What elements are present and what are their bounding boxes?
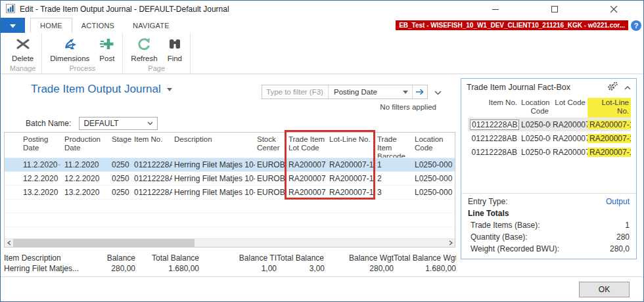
- ribbon: Delete Manage Dimensions Post Process: [1, 33, 643, 74]
- col-trade-item-lot-code[interactable]: Trade Item Lot Code: [287, 135, 327, 158]
- ribbon-group-manage: Delete Manage: [4, 33, 42, 74]
- collapse-chevron-up-icon[interactable]: [624, 83, 631, 92]
- col-item-no[interactable]: Item No.: [132, 135, 172, 158]
- factbox-table: Item No. Location Code Lot Code Lot-Line…: [461, 96, 636, 159]
- total-value: 1.680,00: [394, 263, 456, 274]
- table-row[interactable]: 13.2.2020 13.2.2020 0250 01212228AB Herr…: [5, 186, 455, 200]
- fb-col-item-no[interactable]: Item No.: [468, 98, 519, 118]
- tab-home[interactable]: HOME: [30, 18, 72, 33]
- find-button[interactable]: Find: [163, 35, 187, 64]
- apply-filter-button[interactable]: [412, 85, 427, 98]
- app-chart-icon: [6, 4, 15, 15]
- entry-type-label: Entry Type:: [468, 197, 507, 206]
- total-label: Balance: [103, 253, 135, 263]
- batch-name-select[interactable]: DEFAULT: [79, 117, 158, 130]
- factbox-panel: Trade Item Journal Fact-Box Item No. Loc…: [461, 78, 637, 259]
- line-totals-heading: Line Totals: [468, 209, 509, 218]
- filter-field-select[interactable]: Posting Date: [328, 85, 412, 98]
- post-button[interactable]: Post: [95, 35, 119, 64]
- scroll-left-icon[interactable]: [5, 239, 13, 247]
- scroll-right-icon[interactable]: [446, 239, 455, 247]
- help-icon[interactable]: ?: [631, 20, 641, 31]
- col-location-code[interactable]: Location Code: [413, 135, 455, 158]
- journal-lines-grid: Posting Date Production Date Stage Item …: [4, 132, 455, 248]
- factbox-fields: Entry Type: Output Line Totals Trade Ite…: [461, 193, 636, 259]
- settings-gears-icon[interactable]: [607, 81, 618, 93]
- weight-recorded-value: 280,0: [610, 244, 630, 253]
- filter-status: No filters applied: [262, 103, 436, 111]
- total-label: Item Description: [4, 253, 103, 263]
- ribbon-group-process: Dimensions Post Process: [42, 33, 123, 74]
- fb-col-lot-code[interactable]: Lot Code: [551, 98, 587, 118]
- total-label: Total Balance Wgt: [394, 253, 456, 263]
- table-row[interactable]: 11.2.2020 11.2.2020 0250 01212228AB Herr…: [5, 158, 455, 172]
- batch-name-row: Batch Name: DEFAULT: [26, 117, 158, 130]
- batch-name-label: Batch Name:: [26, 119, 71, 128]
- app-window: Edit - Trade Item Output Journal - DEFAU…: [0, 0, 644, 302]
- col-posting-date[interactable]: Posting Date: [21, 135, 62, 158]
- total-value: 1.680,00: [135, 263, 199, 274]
- col-lot-line-no[interactable]: Lot-Line No.: [327, 135, 375, 158]
- col-description[interactable]: Description: [172, 135, 255, 158]
- maximize-button[interactable]: [525, 1, 584, 18]
- fb-col-lot-line-no[interactable]: Lot-Line No.: [587, 98, 631, 118]
- filter-input[interactable]: [262, 85, 328, 98]
- group-label-process: Process: [45, 64, 119, 74]
- total-label: Total Balance TI: [277, 253, 325, 263]
- trade-items-base-value: 1: [625, 221, 630, 230]
- environment-badge: EB_Test - WISEFISH_10_W1_DEV_CLIENT10_21…: [396, 20, 628, 30]
- minimize-button[interactable]: [466, 1, 525, 18]
- filter-field-caret-icon: [403, 91, 408, 94]
- chevron-down-icon: [58, 163, 61, 167]
- ok-button[interactable]: OK: [579, 282, 630, 297]
- horizontal-scrollbar[interactable]: [5, 238, 455, 247]
- page-title-caret-icon[interactable]: [167, 88, 172, 91]
- weight-recorded-label: Weight (Recorded BWU):: [471, 244, 559, 253]
- list-item[interactable]: 01212228AB L0250-000 RA200007 RA200007-1…: [468, 131, 631, 145]
- scrollbar-thumb[interactable]: [13, 239, 195, 247]
- col-stock-center[interactable]: Stock Center: [255, 135, 287, 158]
- ribbon-tab-strip: HOME ACTIONS NAVIGATE EB_Test - WISEFISH…: [1, 18, 643, 33]
- chevron-down-icon: [147, 121, 153, 125]
- empty-row: [5, 213, 455, 227]
- quantity-base-value: 280: [616, 232, 630, 242]
- total-label: Total Balance: [135, 253, 199, 263]
- app-menu-button[interactable]: [1, 18, 25, 33]
- total-label: Balance Wgt: [325, 253, 394, 263]
- list-item[interactable]: 01212228AB L0250-000 RA200007 RA200007-1…: [468, 118, 631, 131]
- col-trade-item-barcode[interactable]: Trade Item Barcode: [375, 135, 413, 158]
- close-button[interactable]: [584, 1, 643, 18]
- totals-strip: Item Description Balance Total Balance B…: [4, 253, 456, 274]
- tab-actions[interactable]: ACTIONS: [72, 18, 124, 33]
- page-title: Trade Item Output Journal: [31, 83, 172, 96]
- entry-type-value-link[interactable]: Output: [606, 197, 630, 206]
- total-value: Herring Filet Matjes...: [4, 263, 103, 274]
- refresh-button[interactable]: Refresh: [126, 35, 162, 64]
- quantity-base-label: Quantity (Base):: [471, 232, 528, 242]
- total-value: 280,00: [103, 263, 135, 274]
- group-label-manage: Manage: [7, 64, 38, 74]
- total-label: Balance TI: [199, 253, 277, 263]
- col-production-date[interactable]: Production Date: [62, 135, 110, 158]
- col-stage[interactable]: Stage: [110, 135, 132, 158]
- delete-button[interactable]: Delete: [7, 35, 38, 64]
- row-selector-header: [5, 135, 21, 158]
- footer-divider: [1, 276, 643, 277]
- fb-col-location-code[interactable]: Location Code: [519, 98, 551, 118]
- factbox-title: Trade Item Journal Fact-Box: [467, 83, 570, 92]
- table-row[interactable]: 12.2.2020 12.2.2020 0250 01212228AB Herr…: [5, 172, 455, 186]
- filter-pane-chevron-icon[interactable]: [434, 88, 442, 97]
- filter-bar: Posting Date: [262, 85, 428, 99]
- binoculars-icon: [168, 37, 182, 53]
- tab-navigate[interactable]: NAVIGATE: [124, 18, 179, 33]
- list-item[interactable]: 01212228AB L0250-000 RA200007 RA200007-1…: [468, 145, 631, 159]
- group-label-page: Page: [126, 64, 187, 74]
- chevron-down-icon: [10, 21, 16, 30]
- factbox-header-row: Item No. Location Code Lot Code Lot-Line…: [468, 98, 631, 118]
- total-value: 280,00: [325, 263, 394, 274]
- ribbon-group-page: Refresh Find Page: [123, 33, 191, 74]
- title-bar: Edit - Trade Item Output Journal - DEFAU…: [1, 1, 643, 18]
- dimensions-button[interactable]: Dimensions: [45, 35, 94, 64]
- factbox-header: Trade Item Journal Fact-Box: [461, 79, 636, 96]
- total-value: 3,00: [277, 263, 325, 274]
